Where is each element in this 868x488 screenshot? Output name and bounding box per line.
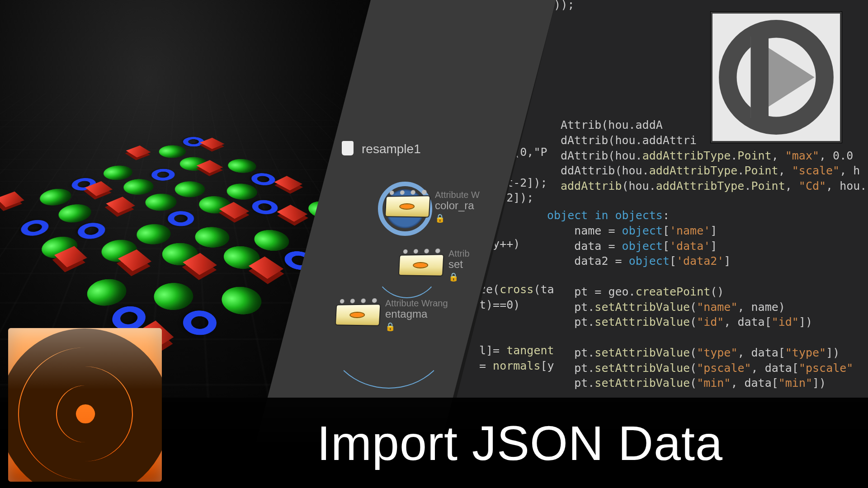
node-chip-icon — [385, 195, 431, 218]
code-main-block: object in objects: name = object['name']… — [547, 208, 853, 391]
node-name-label: set — [448, 258, 470, 270]
node-icon — [342, 141, 354, 155]
thumbnail-title: Import JSON Data — [317, 415, 723, 471]
channel-logo — [711, 12, 842, 143]
node-name-label: color_ra — [435, 200, 480, 211]
node-type-label: Attribute W — [435, 190, 480, 200]
svg-rect-2 — [751, 37, 769, 118]
lock-icon: 🔒 — [448, 273, 470, 282]
lock-icon: 🔒 — [435, 214, 480, 223]
ground-grid — [0, 0, 371, 92]
houdini-logo-icon — [8, 328, 162, 482]
node-label-resample[interactable]: resample1 — [362, 142, 421, 156]
node-type-label: Attrib — [448, 249, 470, 258]
